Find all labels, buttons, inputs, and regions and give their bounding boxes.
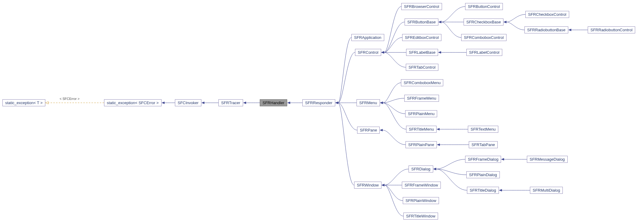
node-sfrframemenu[interactable]: SFRFrameMenu xyxy=(404,95,439,102)
svg-marker-35 xyxy=(433,168,436,170)
node-sfrwindow[interactable]: SFRWindow xyxy=(354,182,381,189)
node-sfcinvoker[interactable]: SFCInvoker xyxy=(175,99,201,106)
svg-marker-14 xyxy=(381,51,384,54)
svg-marker-32 xyxy=(381,184,385,186)
node-sfrcontrol[interactable]: SFRControl xyxy=(355,49,381,56)
svg-marker-18 xyxy=(503,21,506,23)
node-sfrtracer[interactable]: SFRTracer xyxy=(218,99,243,106)
node-sfrcomboboxmenu[interactable]: SFRComboboxMenu xyxy=(401,79,443,86)
node-sfreditboxcontrol[interactable]: SFREditboxControl xyxy=(402,34,441,41)
svg-marker-22 xyxy=(380,102,383,104)
svg-marker-9 xyxy=(335,102,338,104)
node-sfrtabcontrol[interactable]: SFRTabControl xyxy=(406,64,438,71)
node-sfrtitlemenu[interactable]: SFRTitleMenu xyxy=(406,126,437,133)
svg-marker-10 xyxy=(381,51,384,54)
node-sfrhandler-current: SFRHandler xyxy=(260,99,287,106)
node-static-exception-sfcerror[interactable]: static_exception< SFCError > xyxy=(104,99,162,106)
svg-marker-24 xyxy=(380,102,383,104)
svg-marker-19 xyxy=(503,21,506,23)
node-sfrtitledialog[interactable]: SFRTitleDialog xyxy=(467,187,499,194)
node-sfrmultidialog[interactable]: SFRMultiDialog xyxy=(530,187,563,194)
svg-marker-0 xyxy=(45,102,48,104)
node-static-exception-t[interactable]: static_exception< T > xyxy=(2,99,45,106)
svg-marker-11 xyxy=(381,51,384,54)
node-sfrmenu[interactable]: SFRMenu xyxy=(357,99,380,106)
node-sfrlabelbase[interactable]: SFRLabelBase xyxy=(406,49,438,56)
svg-marker-26 xyxy=(437,128,440,131)
node-sfrradiobuttoncontrol[interactable]: SFRRadiobuttonControl xyxy=(588,26,635,33)
svg-marker-34 xyxy=(433,168,436,170)
node-sfrplainwindow[interactable]: SFRPlainWindow xyxy=(403,197,439,204)
svg-marker-36 xyxy=(501,158,504,161)
svg-marker-3 xyxy=(243,102,246,104)
node-sfrplainpane[interactable]: SFRPlainPane xyxy=(406,141,437,148)
node-sfrlabelcontrol[interactable]: SFRLabelControl xyxy=(466,49,502,56)
node-sfrcheckboxcontrol[interactable]: SFRCheckboxControl xyxy=(525,11,569,18)
node-sfrframedialog[interactable]: SFRFrameDialog xyxy=(465,156,501,163)
node-sfrpane[interactable]: SFRPane xyxy=(357,127,380,134)
node-sfrmessagedialog[interactable]: SFRMessageDialog xyxy=(527,156,568,163)
svg-marker-27 xyxy=(380,129,383,131)
svg-marker-4 xyxy=(287,102,290,104)
svg-marker-31 xyxy=(381,184,385,186)
svg-marker-33 xyxy=(433,168,436,170)
node-sfrframewindow[interactable]: SFRFrameWindow xyxy=(402,182,441,189)
svg-marker-12 xyxy=(381,51,384,54)
template-param-label: < SFCError > xyxy=(60,97,79,101)
node-sfrbuttonbase[interactable]: SFRButtonBase xyxy=(405,19,438,26)
node-sfrdialog[interactable]: SFRDialog xyxy=(409,166,433,172)
svg-marker-8 xyxy=(335,102,338,104)
node-sfrbuttoncontrol[interactable]: SFRButtonControl xyxy=(465,3,503,10)
svg-marker-29 xyxy=(381,184,385,186)
svg-marker-21 xyxy=(438,51,441,54)
svg-marker-16 xyxy=(438,21,441,23)
svg-marker-28 xyxy=(437,144,440,146)
node-sfrtextmenu[interactable]: SFRTextMenu xyxy=(468,126,498,133)
svg-marker-23 xyxy=(380,102,383,104)
node-sfrtitlewindow[interactable]: SFRTitleWindow xyxy=(403,213,438,220)
svg-marker-30 xyxy=(381,184,385,186)
node-sfrcheckboxbase[interactable]: SFRCheckboxBase xyxy=(464,19,503,26)
svg-marker-6 xyxy=(335,102,338,104)
node-sfrplainmenu[interactable]: SFRPlainMenu xyxy=(405,110,437,117)
node-sfrbrowsercontrol[interactable]: SFRBrowserControl xyxy=(401,3,442,10)
node-sfrplaindialog[interactable]: SFRPlainDialog xyxy=(466,171,500,178)
svg-marker-20 xyxy=(568,29,571,31)
node-sfrcomboboxcontrol[interactable]: SFRComboboxControl xyxy=(461,34,506,41)
svg-marker-1 xyxy=(162,102,165,104)
svg-marker-17 xyxy=(438,21,441,23)
svg-marker-13 xyxy=(381,51,384,54)
svg-marker-37 xyxy=(499,189,502,192)
node-sfrapplication[interactable]: SFRApplication xyxy=(351,34,384,41)
node-sfrresponder[interactable]: SFRResponder xyxy=(302,99,335,106)
svg-marker-7 xyxy=(335,102,338,104)
svg-marker-15 xyxy=(438,21,441,23)
svg-marker-5 xyxy=(335,102,338,104)
node-sfrtabpane[interactable]: SFRTabPane xyxy=(469,141,498,148)
svg-marker-2 xyxy=(201,102,204,104)
node-sfrradiobuttonbase[interactable]: SFRRadiobuttonBase xyxy=(524,26,568,33)
svg-marker-25 xyxy=(380,102,383,104)
